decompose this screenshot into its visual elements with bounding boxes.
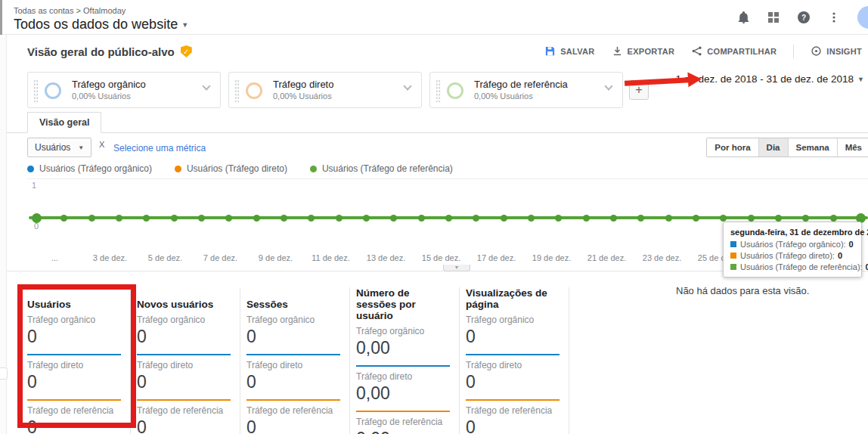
legend-label: Usuários (Tráfego orgânico) xyxy=(39,163,152,174)
sparkline-organic xyxy=(466,354,560,355)
granularity-day[interactable]: Dia xyxy=(758,138,788,157)
data-point[interactable] xyxy=(610,215,617,222)
legend-item-referral[interactable]: Usuários (Tráfego de referência) xyxy=(310,163,453,174)
legend-label: Usuários (Tráfego direto) xyxy=(187,163,287,174)
chevron-down-icon[interactable] xyxy=(604,82,612,90)
save-button[interactable]: SALVAR xyxy=(544,45,594,58)
account-selector[interactable]: Todos os dados do website▼ xyxy=(14,17,188,33)
granularity-group: Por hora Dia Semana Mês xyxy=(706,138,868,157)
data-point[interactable] xyxy=(418,215,425,222)
breadcrumb[interactable]: Todas as contas > Oftalmoday xyxy=(14,6,126,15)
data-point[interactable] xyxy=(390,215,397,222)
scorecard-metric: Tráfego orgânico 0 xyxy=(137,315,232,355)
scorecard-metric: Tráfego de referência 0 xyxy=(466,405,561,434)
tabs-row: Visão geral xyxy=(0,112,868,133)
x-axis-label: 23 de dez. xyxy=(634,253,690,262)
chevron-down-icon[interactable] xyxy=(403,82,411,90)
drag-handle-icon[interactable] xyxy=(436,79,441,102)
data-point[interactable] xyxy=(802,215,809,222)
data-point[interactable] xyxy=(198,215,205,222)
date-range-selector[interactable]: 1 de dez. de 2018 - 31 de dez. de 2018▼ xyxy=(675,73,864,85)
segment-card-direct[interactable]: Tráfego direto 0,00% Usuários xyxy=(228,72,422,108)
segment-card-referral[interactable]: Tráfego de referência 0,00% Usuários xyxy=(429,72,623,108)
data-point[interactable] xyxy=(748,215,755,222)
date-range-text: 1 de dez. de 2018 - 31 de dez. de 2018 xyxy=(675,73,854,85)
data-point[interactable] xyxy=(253,215,260,222)
data-point[interactable] xyxy=(693,215,699,222)
add-segment-button[interactable]: + xyxy=(629,80,649,100)
segment-title: Tráfego orgânico xyxy=(72,79,146,90)
data-point[interactable] xyxy=(363,215,370,222)
data-point[interactable] xyxy=(501,215,507,222)
chevron-down-icon: ▼ xyxy=(78,144,84,151)
data-point[interactable] xyxy=(720,215,727,222)
metric-label: Tráfego direto xyxy=(356,371,451,382)
data-point[interactable] xyxy=(171,215,178,222)
insight-button[interactable]: INSIGHT xyxy=(811,45,862,58)
tooltip-title: segunda-feira, 31 de dezembro de 2018 xyxy=(730,228,854,237)
granularity-week[interactable]: Semana xyxy=(788,138,837,157)
data-point[interactable] xyxy=(473,215,479,222)
save-label: SALVAR xyxy=(560,47,594,56)
export-button[interactable]: EXPORTAR xyxy=(612,45,675,58)
user-avatar[interactable] xyxy=(857,6,868,29)
select-metric-link[interactable]: Selecione uma métrica xyxy=(113,143,206,153)
data-point[interactable] xyxy=(88,215,95,222)
data-point[interactable] xyxy=(336,215,343,222)
data-point[interactable] xyxy=(665,215,672,222)
legend-item-organic[interactable]: Usuários (Tráfego orgânico) xyxy=(27,163,152,174)
kebab-menu-icon[interactable] xyxy=(827,11,841,24)
segment-ring-icon xyxy=(45,82,61,99)
metric-value: 0 xyxy=(137,373,232,391)
metric-value: 0 xyxy=(27,327,122,346)
data-point[interactable] xyxy=(637,215,644,222)
data-point[interactable] xyxy=(445,215,452,222)
metric-label: Tráfego direto xyxy=(27,360,122,370)
chart-collapse-button[interactable]: ▼ xyxy=(443,265,470,271)
data-point[interactable] xyxy=(32,213,42,223)
apps-grid-icon[interactable] xyxy=(767,11,780,24)
metric-label: Tráfego orgânico xyxy=(466,315,561,325)
data-point[interactable] xyxy=(116,215,122,222)
drag-handle-icon[interactable] xyxy=(234,79,240,102)
sparkline-organic xyxy=(27,354,121,355)
data-point[interactable] xyxy=(60,215,67,222)
verified-shield-icon: ✓ xyxy=(181,45,192,57)
scorecard-metric: Tráfego orgânico 0 xyxy=(246,315,342,355)
segment-card-organic[interactable]: Tráfego orgânico 0,00% Usuários xyxy=(27,72,221,108)
data-point[interactable] xyxy=(830,215,837,222)
sparkline-direct xyxy=(137,399,231,401)
segment-title: Tráfego de referência xyxy=(474,79,568,90)
share-button[interactable]: COMPARTILHAR xyxy=(691,45,777,58)
scorecard-column-usuarios: Usuários Tráfego orgânico 0 Tráfego dire… xyxy=(27,287,131,434)
granularity-hourly[interactable]: Por hora xyxy=(707,138,758,157)
data-point[interactable] xyxy=(583,215,590,222)
scorecard-metric: Tráfego direto 0 xyxy=(466,360,561,401)
x-axis-label: 7 de dez. xyxy=(193,253,248,262)
data-point[interactable] xyxy=(308,215,315,222)
bell-icon[interactable] xyxy=(736,11,750,24)
granularity-month[interactable]: Mês xyxy=(837,138,868,157)
help-icon[interactable]: ? xyxy=(797,11,811,24)
data-point[interactable] xyxy=(143,215,150,222)
metric-value: 0 xyxy=(246,327,342,346)
data-point[interactable] xyxy=(775,215,782,222)
data-point[interactable] xyxy=(281,215,287,222)
metric-selector[interactable]: Usuários▼ xyxy=(27,138,91,157)
data-point[interactable] xyxy=(225,215,232,222)
nav-expand-notch[interactable] xyxy=(0,367,8,380)
drag-handle-icon[interactable] xyxy=(33,79,39,102)
legend-item-direct[interactable]: Usuários (Tráfego direto) xyxy=(175,163,287,174)
metric-value: 0 xyxy=(137,327,232,346)
scorecards-section: Usuários Tráfego orgânico 0 Tráfego dire… xyxy=(0,272,868,434)
data-point[interactable] xyxy=(528,215,535,222)
segment-subtitle: 0,00% Usuários xyxy=(273,91,332,101)
scorecard-title: Visualizações de página xyxy=(466,287,561,310)
scorecard-metric: Tráfego direto 0 xyxy=(246,360,342,401)
y-axis-tick: 1 xyxy=(32,181,36,190)
chevron-down-icon[interactable] xyxy=(202,82,210,90)
tab-overview[interactable]: Visão geral xyxy=(27,112,101,133)
scorecard-metric: Tráfego de referência 0,00 xyxy=(356,417,451,434)
data-point[interactable] xyxy=(555,215,562,222)
share-label: COMPARTILHAR xyxy=(707,47,777,56)
